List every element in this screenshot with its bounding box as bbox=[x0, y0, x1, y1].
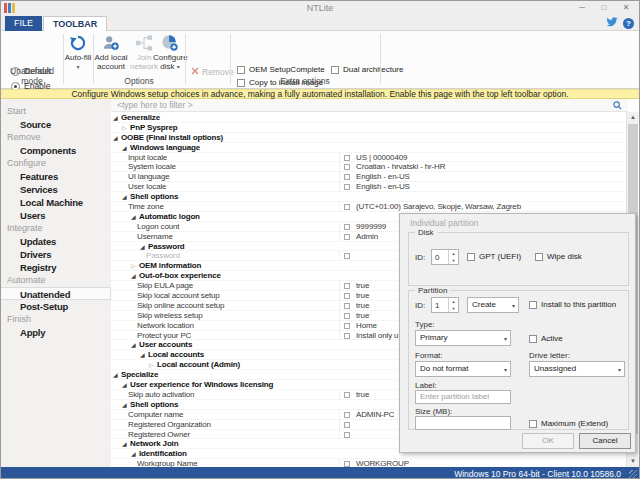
add-account-icon bbox=[102, 34, 120, 52]
tree-row[interactable]: ▷PnP Sysprep bbox=[111, 123, 628, 133]
tree-value-cell[interactable]: US | 00000409 bbox=[339, 153, 628, 162]
sidebar: StartSourceRemoveComponentsConfigureFeat… bbox=[1, 99, 111, 467]
group-label-options: Options bbox=[93, 76, 185, 86]
tree-row[interactable]: ◢Generalize bbox=[111, 113, 628, 123]
configure-disk-button[interactable]: Configure disk ▾ bbox=[153, 34, 187, 71]
autofill-caret: ▾ bbox=[76, 64, 79, 70]
value-edit-icon bbox=[344, 164, 350, 170]
tree-row[interactable]: System localeCroatian - hrvatski - hr-HR bbox=[111, 162, 628, 172]
tree-row[interactable]: ◢Windows language bbox=[111, 143, 628, 153]
tree-row[interactable]: User localeEnglish - en-US bbox=[111, 182, 628, 192]
checkbox-oem-setupcomplete[interactable]: OEM SetupComplete bbox=[237, 65, 325, 74]
join-network-icon bbox=[135, 34, 153, 52]
sidebar-item-unattended[interactable]: Unattended bbox=[1, 287, 111, 300]
sidebar-item-drivers[interactable]: Drivers bbox=[1, 248, 111, 261]
scroll-up-icon[interactable]: ▲ bbox=[627, 112, 639, 123]
tree-value-text: Home bbox=[356, 321, 377, 331]
tree-value-text: true bbox=[356, 311, 369, 321]
value-edit-icon bbox=[344, 313, 350, 319]
remove-button[interactable]: Remove bbox=[191, 67, 234, 77]
tree-value-cell[interactable]: English - en-US bbox=[339, 172, 628, 181]
disk-id-spinner[interactable]: 0 ▲▼ bbox=[431, 249, 459, 265]
cancel-button[interactable]: Cancel bbox=[579, 433, 631, 449]
scroll-down-icon[interactable]: ▼ bbox=[627, 456, 639, 467]
individual-partition-dialog: Individual partition Disk ID: 0 ▲▼ GPT (… bbox=[399, 213, 636, 453]
sidebar-item-source[interactable]: Source bbox=[1, 118, 111, 131]
tree-setting-label: Input locale bbox=[128, 153, 167, 163]
size-mb-input[interactable] bbox=[415, 416, 511, 430]
sidebar-item-components[interactable]: Components bbox=[1, 144, 111, 157]
titlebar: NTLite ─ □ ✕ bbox=[1, 1, 639, 15]
tab-toolbar[interactable]: TOOLBAR bbox=[43, 16, 107, 31]
tree-value-cell[interactable]: Croatian - hrvatski - hr-HR bbox=[339, 162, 628, 171]
sidebar-item-features[interactable]: Features bbox=[1, 170, 111, 183]
partition-label-input[interactable]: Enter partition label bbox=[415, 390, 511, 404]
sidebar-section-header: Start bbox=[1, 105, 111, 118]
wipe-disk-checkbox[interactable]: Wipe disk bbox=[535, 252, 582, 261]
tree-row[interactable]: ◢OOBE (Final install options) bbox=[111, 133, 628, 143]
sidebar-section-header: Integrate bbox=[1, 222, 111, 235]
group-label-unattended-mode: Unattended mode bbox=[1, 66, 63, 86]
search-icon[interactable] bbox=[613, 101, 622, 113]
sidebar-item-services[interactable]: Services bbox=[1, 183, 111, 196]
tree-row[interactable]: Time zone(UTC+01:00) Sarajevo, Skopje, W… bbox=[111, 202, 628, 212]
tree-value-cell[interactable]: WORKGROUP bbox=[339, 459, 628, 467]
tree-value-cell[interactable]: (UTC+01:00) Sarajevo, Skopje, Warsaw, Za… bbox=[339, 202, 628, 211]
spinner-arrows[interactable]: ▲▼ bbox=[448, 250, 458, 264]
partition-id-spinner[interactable]: 1 ▲▼ bbox=[431, 297, 459, 313]
tree-setting-label: Password bbox=[146, 251, 180, 261]
tree-setting-label: Registered Owner bbox=[128, 430, 190, 440]
sidebar-item-post-setup[interactable]: Post-Setup bbox=[1, 300, 111, 313]
sidebar-item-registry[interactable]: Registry bbox=[1, 261, 111, 274]
add-local-account-button[interactable]: Add local account bbox=[94, 34, 128, 71]
tree-row[interactable]: UI languageEnglish - en-US bbox=[111, 172, 628, 182]
autofill-icon bbox=[69, 34, 87, 52]
spinner-arrows[interactable]: ▲▼ bbox=[448, 298, 458, 312]
tree-value-text: WORKGROUP bbox=[356, 459, 409, 467]
partition-type-select[interactable]: Primary bbox=[415, 330, 511, 346]
statusbar: Windows 10 Pro 64-bit - Client 10.0 1058… bbox=[1, 467, 639, 479]
format-select[interactable]: Do not format bbox=[415, 361, 511, 377]
resize-grip[interactable] bbox=[629, 470, 637, 478]
value-edit-icon bbox=[344, 174, 350, 180]
tree-setting-label: Logon count bbox=[137, 222, 179, 232]
sidebar-item-users[interactable]: Users bbox=[1, 209, 111, 222]
sidebar-section-header: Remove bbox=[1, 131, 111, 144]
sidebar-item-apply[interactable]: Apply bbox=[1, 326, 111, 339]
ribbon: Default Enable Unattended mode Auto-fill… bbox=[1, 31, 639, 89]
twitter-icon[interactable] bbox=[606, 17, 618, 29]
sidebar-item-updates[interactable]: Updates bbox=[1, 235, 111, 248]
value-edit-icon bbox=[344, 412, 350, 418]
autofill-button[interactable]: Auto-fill ▾ bbox=[61, 34, 95, 71]
checkbox-dual-architecture[interactable]: Dual architecture bbox=[331, 65, 403, 74]
tree-row[interactable]: Input localeUS | 00000409 bbox=[111, 153, 628, 163]
close-button[interactable]: ✕ bbox=[615, 1, 637, 14]
gpt-uefi-checkbox[interactable]: GPT (UEFI) bbox=[467, 252, 521, 261]
ntlite-window: NTLite ─ □ ✕ FILE TOOLBAR ? Default Enab… bbox=[0, 0, 640, 479]
tree-row[interactable]: Workgroup NameWORKGROUP bbox=[111, 459, 628, 467]
tree-value-cell[interactable]: English - en-US bbox=[339, 182, 628, 191]
install-to-partition-checkbox[interactable]: Install to this partition bbox=[529, 300, 616, 309]
value-edit-icon bbox=[344, 323, 350, 329]
group-label-extra-options: Extra options bbox=[230, 76, 380, 86]
sidebar-item-local-machine[interactable]: Local Machine bbox=[1, 196, 111, 209]
tree-value-text: true bbox=[356, 390, 369, 400]
active-checkbox[interactable]: Active bbox=[529, 334, 563, 343]
sidebar-section-header: Automate bbox=[1, 274, 111, 287]
status-text: Windows 10 Pro 64-bit - Client 10.0 1058… bbox=[454, 469, 621, 479]
filter-input[interactable]: <type here to filter > bbox=[111, 99, 628, 112]
dialog-title: Individual partition bbox=[410, 218, 479, 228]
tab-file[interactable]: FILE bbox=[5, 16, 42, 31]
partition-action-select[interactable]: Create bbox=[467, 297, 519, 313]
tree-value-text: ADMIN-PC bbox=[356, 410, 394, 420]
maximum-extend-checkbox[interactable]: Maximum (Extend) bbox=[529, 419, 608, 428]
drive-letter-select[interactable]: Unassigned bbox=[529, 361, 625, 377]
remove-icon bbox=[191, 67, 199, 77]
minimize-button[interactable]: ─ bbox=[571, 1, 593, 14]
tree-value-text: English - en-US bbox=[356, 182, 410, 192]
help-icon[interactable]: ? bbox=[623, 18, 634, 29]
value-edit-icon bbox=[344, 283, 350, 289]
ok-button[interactable]: OK bbox=[522, 433, 574, 449]
tree-row[interactable]: ◢Shell options bbox=[111, 192, 628, 202]
maximize-button[interactable]: □ bbox=[593, 1, 615, 14]
